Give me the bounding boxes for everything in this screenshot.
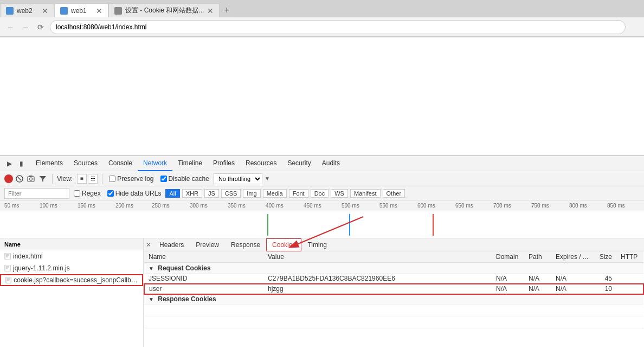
view-list-button[interactable]: ≡ xyxy=(77,174,87,184)
devtools-second-bar: View: ≡ ☷ Preserve log Disable cache No … xyxy=(0,171,644,186)
tab-settings-close[interactable]: ✕ xyxy=(207,7,214,15)
ruler-13: 700 ms xyxy=(493,203,511,209)
devtools-tab-resources[interactable]: Resources xyxy=(240,156,282,171)
disable-cache-checkbox[interactable]: Disable cache xyxy=(160,175,209,183)
filter-other-button[interactable]: Other xyxy=(383,189,405,198)
sub-tab-close-icon[interactable]: ✕ xyxy=(146,241,151,249)
timeline-ruler: 50 ms 100 ms 150 ms 200 ms 250 ms 300 ms… xyxy=(0,200,644,211)
preserve-log-checkbox[interactable]: Preserve log xyxy=(109,175,153,183)
regex-checkbox[interactable]: Regex xyxy=(74,190,101,197)
file-item-cookie[interactable]: cookie.jsp?callback=success_jsonpCallbac… xyxy=(0,274,143,286)
preserve-log-input[interactable] xyxy=(109,176,115,182)
forward-button[interactable]: → xyxy=(20,21,31,33)
response-cookies-header: ▼ Response Cookies xyxy=(144,294,643,304)
preserve-log-label: Preserve log xyxy=(117,175,153,183)
file-item-index[interactable]: index.html xyxy=(0,250,143,262)
filter-css-button[interactable]: CSS xyxy=(221,189,241,198)
devtools-tab-console[interactable]: Console xyxy=(103,156,138,171)
svg-marker-5 xyxy=(40,176,46,182)
filter-media-button[interactable]: Media xyxy=(263,189,287,198)
filter-img-button[interactable]: Img xyxy=(243,189,260,198)
device-icon[interactable]: ▮ xyxy=(16,159,26,168)
cell-jsessionid-http xyxy=(616,274,643,284)
tab-web2[interactable]: web2 ✕ xyxy=(0,3,54,17)
camera-icon[interactable] xyxy=(26,174,36,184)
sub-tab-cookies[interactable]: Cookies xyxy=(266,238,301,251)
cell-jsessionid-domain: N/A xyxy=(492,274,524,284)
tab-web1[interactable]: web1 ✕ xyxy=(54,3,108,17)
refresh-button[interactable]: ⟳ xyxy=(35,21,47,33)
filter-xhr-button[interactable]: XHR xyxy=(182,189,202,198)
view-buttons: ≡ ☷ xyxy=(77,174,98,184)
throttle-select[interactable]: No throttling xyxy=(214,173,262,184)
hide-data-label: Hide data URLs xyxy=(115,190,162,197)
devtools-tab-timeline[interactable]: Timeline xyxy=(172,156,208,171)
filter-all-button[interactable]: All xyxy=(165,189,179,198)
back-button[interactable]: ← xyxy=(4,21,16,33)
tab-web1-close[interactable]: ✕ xyxy=(96,7,102,15)
file-name-cookie: cookie.jsp?callback=success_jsonpCallbac… xyxy=(14,276,138,284)
devtools-tab-sources[interactable]: Sources xyxy=(68,156,103,171)
view-detail-button[interactable]: ☷ xyxy=(88,174,98,184)
cookie-table: Name Value Domain Path Expires / ... Siz… xyxy=(144,251,644,328)
record-button[interactable] xyxy=(4,174,13,183)
tab-web1-label: web1 xyxy=(71,7,87,15)
request-cookies-label: ▼ Request Cookies xyxy=(144,263,643,274)
table-row-jsessionid[interactable]: JSESSIONID C279BA1BD525FDA136C8BAC821960… xyxy=(144,274,643,284)
ruler-7: 400 ms xyxy=(266,203,284,209)
table-row-user[interactable]: user hjzgg N/A N/A N/A 10 xyxy=(144,284,643,294)
file-list-header: Name xyxy=(0,238,143,250)
tab-web2-close[interactable]: ✕ xyxy=(42,7,48,15)
th-size: Size xyxy=(595,251,616,263)
ruler-11: 600 ms xyxy=(417,203,435,209)
devtools-tab-security[interactable]: Security xyxy=(282,156,316,171)
inspector-icon[interactable]: ▶ xyxy=(4,159,14,168)
sub-tab-timing[interactable]: Timing xyxy=(301,238,333,251)
cell-user-http xyxy=(616,284,643,294)
th-value: Value xyxy=(263,251,492,263)
svg-rect-14 xyxy=(6,277,11,283)
devtools-main-tabs: ▶ ▮ Elements Sources Console Network Tim… xyxy=(0,156,644,171)
devtools-tab-elements[interactable]: Elements xyxy=(30,156,68,171)
waterfall-bar-blue xyxy=(349,214,350,236)
th-domain: Domain xyxy=(492,251,524,263)
filter-icon[interactable] xyxy=(38,174,48,184)
devtools-tab-network[interactable]: Network xyxy=(138,156,172,171)
ruler-1: 100 ms xyxy=(40,203,57,209)
devtools-main-area: Name index.html jquery-1.11.2.min.js coo… xyxy=(0,238,644,347)
waterfall-bar-red xyxy=(433,214,434,236)
filter-ws-button[interactable]: WS xyxy=(331,189,348,198)
hide-data-input[interactable] xyxy=(107,190,114,197)
filter-svg xyxy=(39,175,47,183)
url-input[interactable] xyxy=(50,20,626,34)
tab-bar: web2 ✕ web1 ✕ 设置 - Cookie 和网站数据... ✕ + xyxy=(0,0,644,17)
filter-font-button[interactable]: Font xyxy=(289,189,308,198)
disable-cache-input[interactable] xyxy=(160,176,167,182)
waterfall-bar-green xyxy=(267,214,268,236)
new-tab-button[interactable]: + xyxy=(220,3,234,17)
devtools-panel-icons: ▶ ▮ xyxy=(4,159,26,168)
clear-button[interactable] xyxy=(15,174,24,183)
tab-settings[interactable]: 设置 - Cookie 和网站数据... ✕ xyxy=(108,3,220,17)
filter-manifest-button[interactable]: Manifest xyxy=(350,189,381,198)
ruler-10: 550 ms xyxy=(379,203,397,209)
file-item-jquery[interactable]: jquery-1.11.2.min.js xyxy=(0,262,143,274)
cell-jsessionid-expires: N/A xyxy=(551,274,595,284)
camera-svg xyxy=(27,175,35,183)
devtools-tab-audits[interactable]: Audits xyxy=(317,156,345,171)
file-icon-index xyxy=(4,253,11,260)
waterfall-area xyxy=(0,211,644,238)
regex-input[interactable] xyxy=(74,190,80,197)
sub-tab-response[interactable]: Response xyxy=(225,238,266,251)
hide-data-checkbox[interactable]: Hide data URLs xyxy=(107,190,162,197)
sub-tab-preview[interactable]: Preview xyxy=(190,238,225,251)
filter-input[interactable] xyxy=(4,188,69,199)
devtools-tab-profiles[interactable]: Profiles xyxy=(208,156,240,171)
sub-tab-headers[interactable]: Headers xyxy=(153,238,190,251)
request-cookies-arrow: ▼ xyxy=(149,265,154,271)
filter-js-button[interactable]: JS xyxy=(204,189,219,198)
settings-tab-icon xyxy=(114,7,122,15)
filter-doc-button[interactable]: Doc xyxy=(311,189,329,198)
empty-row-2 xyxy=(144,316,643,328)
svg-rect-4 xyxy=(29,176,33,177)
